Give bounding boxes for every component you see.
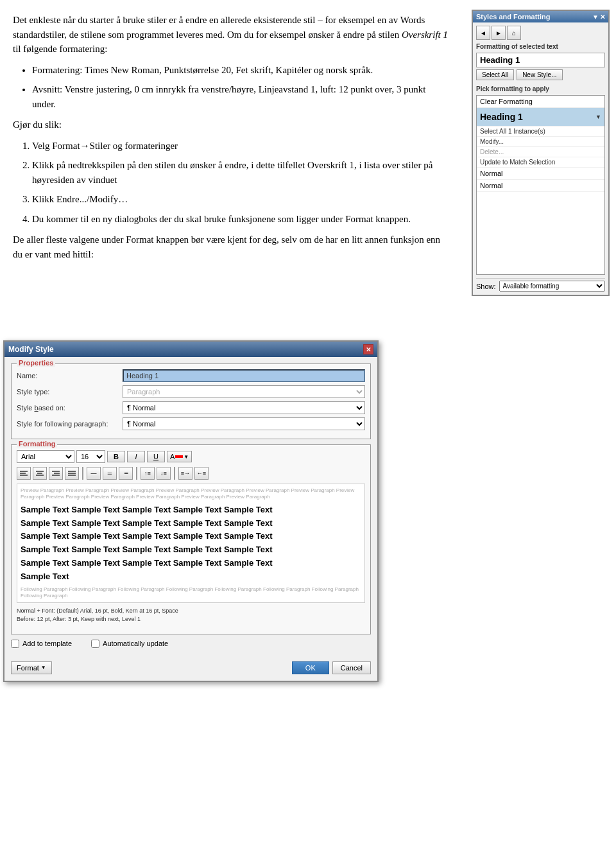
- bullet-item-1: Formatering: Times New Roman, Punktstørr…: [32, 63, 449, 78]
- style-type-label: Style type:: [17, 388, 119, 396]
- formatting-section: Formatting Arial 16 B I U A ▼: [11, 444, 371, 634]
- panel-toolbar: ◄ ► ⌂: [476, 26, 605, 40]
- list-button[interactable]: ≡→: [178, 467, 193, 480]
- bold-button[interactable]: B: [107, 451, 125, 462]
- align-center-icon: [36, 469, 44, 477]
- normal-item-1[interactable]: Normal: [477, 168, 604, 180]
- style-based-select[interactable]: ¶ Normal: [123, 401, 365, 414]
- pick-formatting-label: Pick formatting to apply: [476, 85, 605, 92]
- style-based-label: Style based on:: [17, 404, 119, 412]
- add-template-label: Add to template: [22, 640, 72, 647]
- show-select[interactable]: Available formatting: [499, 281, 605, 292]
- name-input[interactable]: [123, 369, 365, 382]
- toolbar-divider2: [136, 467, 137, 480]
- bullet-list: Formatering: Times New Roman, Punktstørr…: [32, 63, 449, 112]
- format-toolbar: Arial 16 B I U A ▼: [17, 450, 365, 463]
- underline-button[interactable]: U: [147, 451, 165, 462]
- footer-left: Format ▼: [11, 661, 52, 674]
- add-template-checkbox[interactable]: [11, 640, 19, 648]
- dialog-footer: Format ▼ OK Cancel: [11, 658, 371, 674]
- heading1-dropdown-arrow[interactable]: ▼: [595, 114, 601, 120]
- panel-buttons: Select All New Style...: [476, 69, 605, 80]
- dialog-titlebar: Modify Style ✕: [4, 342, 377, 357]
- line-double-button[interactable]: ═: [103, 467, 117, 480]
- align-justify-icon: [68, 469, 76, 477]
- auto-update-checkbox[interactable]: [91, 640, 99, 648]
- new-style-button[interactable]: New Style...: [517, 69, 562, 80]
- align-right-icon: [52, 469, 60, 477]
- align-right-button[interactable]: [49, 467, 63, 480]
- style-following-label: Style for following paragraph:: [17, 420, 119, 428]
- footer-right: OK Cancel: [292, 661, 371, 674]
- style-following-row: Style for following paragraph: ¶ Normal: [17, 417, 365, 430]
- toolbar-divider: [82, 467, 83, 480]
- step-3: Klikk Endre.../Modify…: [32, 192, 449, 207]
- panel-title: Styles and Formatting: [476, 13, 551, 21]
- preview-next-text: Following Paragraph Following Paragraph …: [21, 586, 361, 600]
- panel-titlebar: Styles and Formatting ▼ ✕: [473, 11, 608, 22]
- intro-paragraph: Det enkleste når du starter å bruke stil…: [13, 13, 449, 57]
- panel-title-left: Styles and Formatting: [476, 13, 551, 21]
- gjor-du-slik: Gjør du slik:: [13, 118, 449, 132]
- styles-and-formatting-panel: Styles and Formatting ▼ ✕ ◄ ► ⌂ Formatti…: [472, 10, 610, 296]
- align-left-button[interactable]: [17, 467, 31, 480]
- line-single-button[interactable]: —: [87, 467, 101, 480]
- heading1-label: Heading 1: [480, 112, 523, 122]
- color-indicator: [175, 455, 183, 458]
- modify-item[interactable]: Modify...: [477, 137, 604, 147]
- update-match-item[interactable]: Update to Match Selection: [477, 157, 604, 168]
- delete-item[interactable]: Delete...: [477, 147, 604, 157]
- panel-toolbar-back[interactable]: ◄: [476, 26, 490, 40]
- panel-toolbar-forward[interactable]: ►: [492, 26, 506, 40]
- panel-heading-display: Heading 1: [476, 53, 605, 67]
- panel-footer: Show: Available formatting: [476, 278, 605, 292]
- properties-section-title: Properties: [17, 359, 55, 367]
- cancel-button[interactable]: Cancel: [332, 661, 371, 674]
- clear-formatting-item[interactable]: Clear Formatting: [477, 96, 604, 108]
- bottom-paragraph: De aller fleste valgene under Format kna…: [13, 232, 449, 261]
- preview-previous-text: Preview Paragraph Preview Paragraph Prev…: [21, 487, 361, 501]
- modify-style-dialog: Modify Style ✕ Properties Name: Style ty…: [3, 340, 379, 682]
- formatting-selected-label: Formatting of selected text: [476, 43, 605, 50]
- select-all-button[interactable]: Select All: [476, 69, 514, 80]
- ok-button[interactable]: OK: [292, 661, 329, 674]
- panel-down-arrow[interactable]: ▼: [592, 13, 599, 21]
- normal-item-2[interactable]: Normal: [477, 180, 604, 192]
- align-center-button[interactable]: [33, 467, 47, 480]
- select-all-instance-item[interactable]: Select All 1 Instance(s): [477, 127, 604, 137]
- dialog-body: Properties Name: Style type: Paragraph S…: [4, 357, 377, 681]
- auto-update-row: Automatically update: [91, 640, 168, 648]
- color-button[interactable]: A ▼: [167, 451, 192, 462]
- italic-button[interactable]: I: [127, 451, 145, 462]
- style-type-row: Style type: Paragraph: [17, 385, 365, 398]
- style-type-select[interactable]: Paragraph: [123, 385, 365, 398]
- toolbar-divider3: [174, 467, 175, 480]
- panel-title-controls: ▼ ✕: [592, 13, 605, 21]
- panel-style-list[interactable]: Clear Formatting Heading 1 ▼ Select All …: [476, 95, 605, 275]
- panel-toolbar-home[interactable]: ⌂: [507, 26, 521, 40]
- dialog-title: Modify Style: [8, 345, 54, 354]
- list-out-button[interactable]: ←≡: [194, 467, 209, 480]
- format-dropdown-button[interactable]: Format ▼: [11, 661, 52, 674]
- preview-sample-text: Sample Text Sample Text Sample Text Samp…: [21, 503, 361, 584]
- formatting-section-title: Formatting: [17, 440, 57, 448]
- size-select[interactable]: 16: [76, 450, 105, 463]
- style-description: Normal + Font: (Default) Arial, 16 pt, B…: [17, 607, 365, 623]
- align-justify-button[interactable]: [65, 467, 79, 480]
- name-row: Name:: [17, 369, 365, 382]
- style-following-select[interactable]: ¶ Normal: [123, 417, 365, 430]
- indent-decrease-button[interactable]: ↓≡: [157, 467, 171, 480]
- auto-update-label: Automatically update: [103, 640, 168, 647]
- style-based-row: Style based on: ¶ Normal: [17, 401, 365, 414]
- dialog-close-button[interactable]: ✕: [363, 344, 373, 354]
- preview-box: Preview Paragraph Preview Paragraph Prev…: [17, 484, 365, 603]
- heading1-list-item[interactable]: Heading 1 ▼: [477, 108, 604, 127]
- steps-list: Velg Format→Stiler og formateringer Klik…: [32, 139, 449, 227]
- panel-close-icon[interactable]: ✕: [600, 13, 605, 21]
- step-2: Klikk på nedtrekkspilen på den stilen du…: [32, 158, 449, 187]
- indent-increase-button[interactable]: ↑≡: [141, 467, 155, 480]
- font-select[interactable]: Arial: [17, 450, 74, 463]
- properties-section: Properties Name: Style type: Paragraph S…: [11, 363, 371, 439]
- line-heavy-button[interactable]: ━: [119, 467, 133, 480]
- main-content: Det enkleste når du starter å bruke stil…: [13, 13, 462, 268]
